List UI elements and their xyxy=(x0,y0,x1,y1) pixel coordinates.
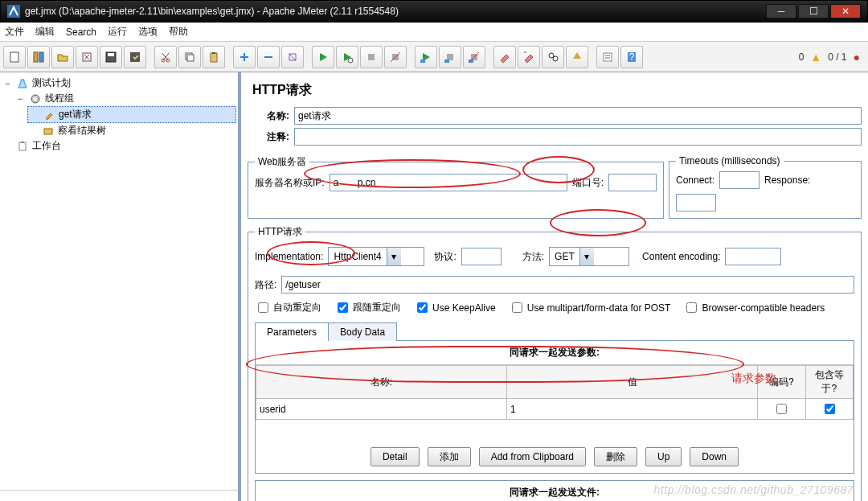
name-label: 名称: xyxy=(252,109,289,123)
save-icon[interactable] xyxy=(100,46,122,68)
help-icon[interactable]: ? xyxy=(620,46,643,68)
tab-parameters[interactable]: Parameters xyxy=(255,322,329,341)
collapse-toggle-icon[interactable]: − xyxy=(16,93,24,105)
path-label: 路径: xyxy=(255,278,276,292)
menu-edit[interactable]: 编辑 xyxy=(35,25,55,39)
menu-search[interactable]: Search xyxy=(66,27,96,38)
clear-all-icon[interactable] xyxy=(518,46,540,68)
new-icon[interactable] xyxy=(3,46,26,68)
col-value: 值 xyxy=(507,366,758,399)
cell-encode-checkbox[interactable] xyxy=(776,404,787,414)
open-icon[interactable] xyxy=(51,46,74,68)
close-button[interactable]: ✕ xyxy=(830,4,861,18)
toolbar: ? 0 ▲ 0 / 1 ● xyxy=(0,42,868,72)
svg-point-30 xyxy=(553,56,558,61)
table-row[interactable]: userid 1 xyxy=(256,399,854,420)
server-ip-input[interactable] xyxy=(330,174,567,191)
svg-rect-31 xyxy=(604,53,612,61)
multipart-checkbox[interactable]: Use multipart/form-data for POST xyxy=(509,300,671,315)
add-button[interactable]: 添加 xyxy=(428,447,471,466)
tree-workbench[interactable]: 工作台 xyxy=(2,138,236,154)
svg-rect-38 xyxy=(44,129,52,134)
paste-icon[interactable] xyxy=(203,46,225,68)
test-plan-tree: − 测试计划 − 线程组 get请求 察看结果树 工作台 xyxy=(0,72,241,501)
remote-stop-icon[interactable] xyxy=(439,46,461,68)
follow-redirect-checkbox[interactable]: 跟随重定向 xyxy=(334,300,401,315)
flask-icon xyxy=(16,77,29,90)
tree-http-request[interactable]: get请求 xyxy=(27,106,236,123)
auto-redirect-checkbox[interactable]: 自动重定向 xyxy=(255,300,321,315)
method-select[interactable]: GET ▾ xyxy=(549,247,629,266)
warning-count: 0 xyxy=(799,51,805,63)
impl-label: Implementation: xyxy=(255,251,323,262)
collapse-icon[interactable] xyxy=(257,46,280,68)
svg-point-19 xyxy=(348,58,353,63)
menu-help[interactable]: 帮助 xyxy=(169,25,188,39)
col-include: 包含等于? xyxy=(805,366,853,399)
comment-input[interactable] xyxy=(294,128,862,146)
response-input[interactable] xyxy=(676,194,716,211)
minimize-button[interactable]: ─ xyxy=(766,4,796,18)
detail-button[interactable]: Detail xyxy=(371,447,420,466)
clear-icon[interactable] xyxy=(493,46,516,68)
remote-start-icon[interactable] xyxy=(415,46,437,68)
maximize-button[interactable]: ☐ xyxy=(798,4,829,18)
tab-body-data[interactable]: Body Data xyxy=(328,322,397,341)
comment-label: 注释: xyxy=(252,130,289,144)
down-button[interactable]: Down xyxy=(690,447,739,466)
delete-button[interactable]: 删除 xyxy=(594,447,637,466)
add-clipboard-button[interactable]: Add from Clipboard xyxy=(479,447,586,466)
connect-input[interactable] xyxy=(719,171,760,189)
impl-select[interactable]: HttpClient4 ▾ xyxy=(328,247,424,266)
menu-file[interactable]: 文件 xyxy=(5,25,24,39)
copy-icon[interactable] xyxy=(178,46,201,68)
cell-include-checkbox[interactable] xyxy=(825,404,835,414)
menu-options[interactable]: 选项 xyxy=(138,25,158,39)
shutdown-icon[interactable] xyxy=(384,46,407,68)
tree-thread-group[interactable]: − 线程组 xyxy=(14,91,236,106)
parameters-panel: 同请求一起发送参数: 名称: 值 编码? 包含等于? userid 1 xyxy=(255,341,854,474)
collapse-toggle-icon[interactable]: − xyxy=(3,78,11,89)
reset-search-icon[interactable] xyxy=(566,46,588,68)
chevron-down-icon: ▾ xyxy=(579,248,594,265)
start-icon[interactable] xyxy=(312,46,334,68)
menu-run[interactable]: 运行 xyxy=(108,25,127,39)
tree-test-plan[interactable]: − 测试计划 xyxy=(2,76,236,91)
remote-shutdown-icon[interactable] xyxy=(463,46,485,68)
save-as-icon[interactable] xyxy=(124,46,146,68)
toggle-icon[interactable] xyxy=(281,46,304,68)
protocol-input[interactable] xyxy=(461,248,502,265)
cell-value[interactable]: 1 xyxy=(507,399,758,420)
expand-icon[interactable] xyxy=(233,46,256,68)
port-input[interactable] xyxy=(608,174,657,191)
function-helper-icon[interactable] xyxy=(596,46,619,68)
name-input[interactable] xyxy=(294,107,862,125)
start-no-timer-icon[interactable] xyxy=(336,46,358,68)
search-icon[interactable] xyxy=(542,46,564,68)
svg-point-37 xyxy=(34,97,37,101)
tree-label: 测试计划 xyxy=(32,76,71,90)
close-icon[interactable] xyxy=(76,46,98,68)
cut-icon[interactable] xyxy=(154,46,177,68)
stop-icon[interactable] xyxy=(360,46,383,68)
templates-icon[interactable] xyxy=(27,46,50,68)
cell-name[interactable]: userid xyxy=(256,399,507,420)
browser-headers-checkbox[interactable]: Browser-compatible headers xyxy=(683,300,825,315)
timeouts-group: Timeouts (milliseconds) Connect: Respons… xyxy=(669,155,862,219)
keepalive-checkbox[interactable]: Use KeepAlive xyxy=(414,300,496,315)
svg-rect-3 xyxy=(39,52,43,62)
tree-label: get请求 xyxy=(59,108,92,121)
tree-view-results[interactable]: 察看结果树 xyxy=(27,123,236,138)
svg-rect-25 xyxy=(444,60,449,63)
error-count: 0 / 1 xyxy=(828,51,846,63)
svg-line-28 xyxy=(469,52,479,62)
encoding-input[interactable] xyxy=(725,248,781,265)
svg-rect-1 xyxy=(10,52,18,62)
jmeter-icon xyxy=(7,5,20,18)
path-input[interactable] xyxy=(281,276,854,294)
tree-scrollbar[interactable] xyxy=(0,490,238,501)
svg-rect-14 xyxy=(211,53,217,62)
params-table[interactable]: 名称: 值 编码? 包含等于? userid 1 xyxy=(256,365,854,420)
web-server-legend: Web服务器 xyxy=(255,155,309,169)
up-button[interactable]: Up xyxy=(645,447,682,466)
